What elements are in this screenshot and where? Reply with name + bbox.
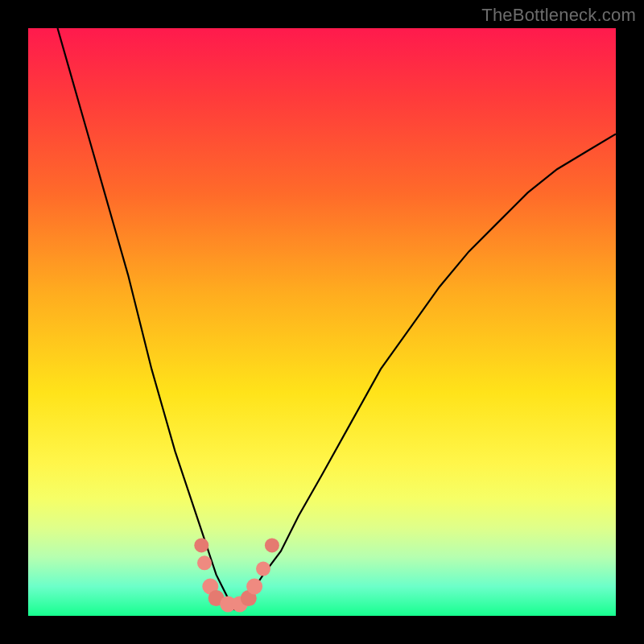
- chart-svg: [28, 28, 616, 616]
- curve-right-branch: [234, 134, 617, 609]
- chart-plot-area: [28, 28, 616, 616]
- marker-group: [194, 538, 279, 612]
- watermark-text: TheBottleneck.com: [481, 5, 636, 26]
- data-marker: [256, 562, 270, 576]
- data-marker: [265, 538, 279, 552]
- data-marker: [194, 538, 208, 552]
- data-marker: [197, 555, 212, 570]
- data-marker: [246, 579, 262, 595]
- curve-left-branch: [58, 28, 234, 610]
- chart-frame: TheBottleneck.com: [0, 0, 644, 644]
